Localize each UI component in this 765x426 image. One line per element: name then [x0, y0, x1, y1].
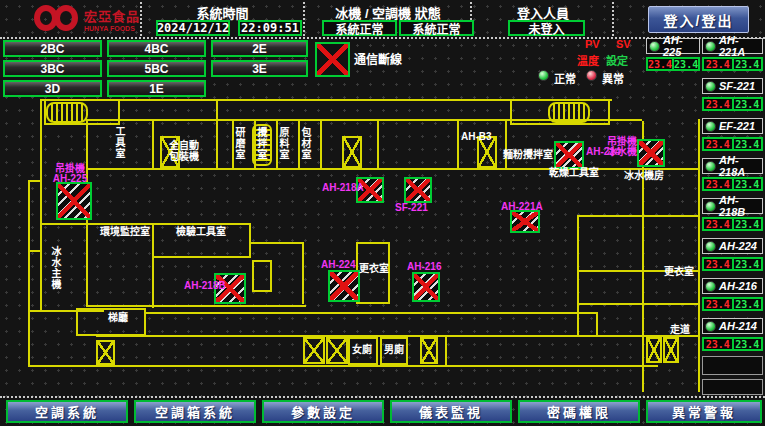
menu-button-ac-system[interactable]: 空調系統 [6, 400, 128, 423]
ahu-unit-icon[interactable] [412, 272, 440, 302]
comm-loss-x-icon [330, 272, 358, 300]
pv-name-label: 溫度 [577, 52, 599, 68]
login-logout-button[interactable]: 登入/登出 [648, 6, 749, 33]
room-label: 環境監控室 [100, 226, 150, 237]
status-led-icon [705, 41, 716, 52]
sv-value: 23.4 [734, 299, 762, 309]
menu-button-ahu-system[interactable]: 空調箱系統 [134, 400, 256, 423]
sidebar-unit-ah-224[interactable]: AH-224 [702, 238, 763, 254]
unit-name-label: AH-218B [719, 194, 762, 218]
wall-segment [28, 310, 30, 367]
ahu-unit-icon[interactable] [404, 177, 432, 203]
sidebar-unit-ah-218a[interactable]: AH-218A [702, 158, 763, 174]
unit-name-label: AH-224 [719, 240, 757, 252]
menu-button-parameters[interactable]: 參數設定 [262, 400, 384, 423]
sidebar-unit-values: 23.4 23.4 [702, 177, 763, 191]
status-led-icon [705, 121, 716, 132]
comm-loss-x-icon [512, 212, 538, 231]
sidebar-unit-ah-218b[interactable]: AH-218B [702, 198, 763, 214]
wall-segment [28, 180, 30, 310]
wall-segment [698, 119, 700, 392]
floor-button-2bc[interactable]: 2BC [3, 40, 102, 57]
pv-value: 23.4 [704, 259, 734, 269]
equipment-label: AH-216 [407, 262, 441, 272]
unit-name-label: AH-221A [719, 34, 762, 58]
sidebar-empty-slot [702, 356, 763, 375]
floor-button-3e[interactable]: 3E [211, 60, 308, 77]
floor-button-2e[interactable]: 2E [211, 40, 308, 57]
menu-button-alarms[interactable]: 異常警報 [646, 400, 762, 423]
sv-value: 23.4 [734, 339, 762, 349]
chiller-status-display: 系統正常 [322, 20, 397, 36]
room-label: 梯廳 [108, 312, 128, 323]
header-divider [140, 2, 142, 36]
comm-loss-x-icon [58, 184, 90, 218]
status-led-icon [705, 321, 716, 332]
floor-button-4bc[interactable]: 4BC [107, 40, 206, 57]
brand-zh: 宏亞食品 [84, 6, 142, 25]
status-led-icon [705, 281, 716, 292]
equipment-label: AH-221A [501, 202, 543, 212]
wall-segment [40, 223, 88, 225]
wall-segment [40, 225, 42, 310]
pv-value: 23.4 [704, 299, 734, 309]
room-label: 女廁 [352, 344, 372, 355]
status-led-icon [649, 41, 660, 52]
pv-header-label: PV [585, 38, 600, 50]
room-label: 全自動 包裝機 [156, 140, 212, 162]
wall-segment [152, 223, 154, 308]
x-mark-icon [648, 339, 660, 361]
floor-button-1e[interactable]: 1E [107, 80, 206, 97]
ahu-unit-icon[interactable] [637, 139, 665, 167]
shaft-icon [663, 337, 679, 363]
wall-segment [577, 303, 698, 305]
floor-button-3d[interactable]: 3D [3, 80, 102, 97]
wall-segment [320, 121, 322, 170]
sidebar-unit-sf-221[interactable]: SF-221 [702, 78, 763, 94]
x-mark-icon [317, 44, 348, 75]
pv-value: 23.4 [648, 59, 674, 69]
unit-name-label: AH-218A [719, 154, 762, 178]
sidebar-unit-ef-221[interactable]: EF-221 [702, 118, 763, 134]
sidebar-unit-ah-214[interactable]: AH-214 [702, 318, 763, 334]
shaft-icon [646, 337, 662, 363]
x-mark-icon [422, 339, 436, 362]
wall-segment [505, 119, 507, 170]
room-label: 工具室 [114, 126, 125, 159]
wall-segment [577, 335, 698, 337]
ahu-unit-icon[interactable] [510, 210, 540, 233]
sidebar-unit-values: 23.4 23.4 [702, 297, 763, 311]
header-divider [612, 2, 614, 36]
menu-button-password[interactable]: 密碼權限 [518, 400, 640, 423]
wall-segment [249, 223, 251, 258]
room-label: 更衣室 [359, 263, 389, 274]
room-label: 攪拌室 [256, 127, 267, 160]
wall-segment [86, 305, 306, 307]
x-mark-icon [328, 339, 346, 362]
menu-button-meters[interactable]: 儀表監視 [390, 400, 512, 423]
wall-segment [249, 242, 304, 244]
abnormal-led-icon [586, 70, 597, 81]
sidebar-unit-ah-216[interactable]: AH-216 [702, 278, 763, 294]
wall-segment [40, 99, 42, 225]
comm-loss-legend-label: 通信斷線 [354, 50, 402, 67]
x-mark-icon [344, 138, 360, 166]
sidebar-unit-ah-225[interactable]: AH-225 [646, 38, 700, 54]
sidebar-unit-ah-221a[interactable]: AH-221A [702, 38, 763, 54]
pv-value: 23.4 [704, 339, 734, 349]
x-mark-icon [305, 339, 323, 362]
floor-button-3bc[interactable]: 3BC [3, 60, 102, 77]
equipment-label: AH-224 [321, 260, 355, 270]
sidebar-unit-values: 23.4 23.4 [702, 257, 763, 271]
system-date-display: 2024/12/12 [156, 20, 230, 36]
ahu-unit-icon[interactable] [554, 141, 584, 169]
room-label: 冰水機房 [624, 170, 664, 181]
sv-name-label: 設定 [606, 52, 628, 68]
ahu-status-display: 系統正常 [399, 20, 474, 36]
equipment-label: 吊掛機 AH-225 [44, 164, 96, 184]
ahu-unit-icon[interactable] [56, 182, 92, 220]
ahu-unit-icon[interactable] [328, 270, 360, 302]
wall-segment [152, 256, 251, 258]
normal-led-icon [538, 70, 549, 81]
floor-button-5bc[interactable]: 5BC [107, 60, 206, 77]
